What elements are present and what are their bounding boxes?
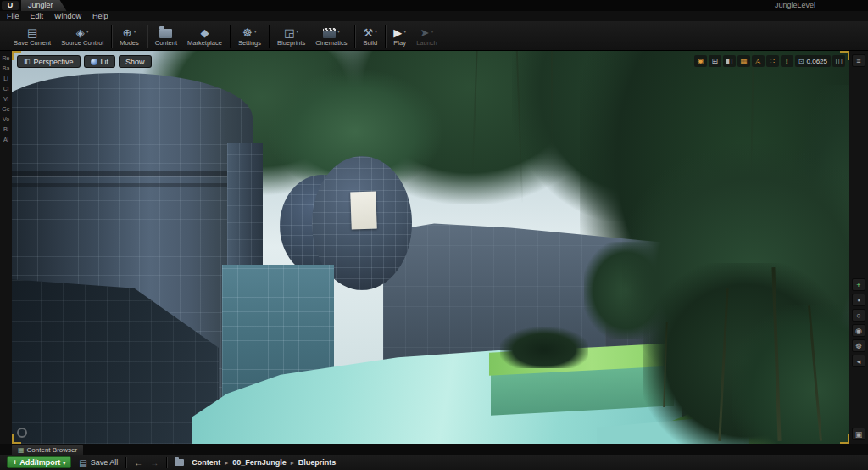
chevron-down-icon: ▾	[403, 26, 406, 37]
maximize-viewport-icon[interactable]: ⊞	[709, 55, 721, 67]
marketplace-button[interactable]: ◆ Marketplace	[182, 22, 227, 50]
toolbar-separator	[354, 25, 355, 48]
source-control-label: Source Control	[61, 39, 103, 47]
modes-button[interactable]: ⊕▾ Modes	[114, 22, 144, 50]
water-floor	[192, 348, 682, 444]
water-floor-right	[597, 414, 749, 444]
play-icon: ▶	[393, 27, 402, 38]
folder-panel-icon[interactable]: ▣	[852, 428, 865, 440]
left-tab-basic[interactable]: Ba	[3, 64, 10, 72]
eye-icon[interactable]: ◉	[852, 324, 865, 337]
menu-window[interactable]: Window	[54, 12, 81, 20]
modes-icon: ⊕	[123, 27, 132, 38]
breadcrumb-separator-icon: ▸	[291, 459, 294, 467]
unreal-editor-window: U Jungler JungleLevel File Edit Window H…	[0, 0, 868, 470]
place-actors-collapsed-panel: Re Ba Li Ci Vi Ge Vo Bl Al	[0, 51, 12, 444]
left-tab-geometry[interactable]: Ge	[2, 105, 9, 113]
blockout-center-wall-mesh	[383, 217, 666, 429]
tree-trunk	[718, 288, 728, 441]
menu-help[interactable]: Help	[92, 12, 108, 20]
launch-icon: ➤	[420, 27, 429, 38]
view-mode-dropdown[interactable]: Lit	[84, 55, 116, 68]
left-tab-lights[interactable]: Li	[3, 75, 8, 82]
chevron-down-icon: ▾	[63, 460, 65, 466]
left-tab-volumes[interactable]: Vo	[3, 115, 9, 123]
compass-icon	[17, 428, 27, 438]
toolbar-separator	[147, 25, 147, 48]
perspective-dropdown[interactable]: ◧ Perspective	[17, 55, 81, 68]
chevron-down-icon: ▾	[133, 26, 136, 37]
left-tab-blueprints[interactable]: Bl	[3, 126, 8, 133]
save-current-label: Save Current	[14, 39, 51, 47]
chevron-down-icon: ▾	[375, 26, 377, 37]
forward-arrow-icon[interactable]: →	[150, 458, 159, 467]
add-import-button[interactable]: + Add/Import ▾	[7, 456, 71, 468]
source-control-button[interactable]: ◈▾ Source Control	[56, 22, 108, 50]
plus-icon: +	[13, 458, 17, 467]
content-button[interactable]: Content	[150, 22, 182, 50]
blueprints-button[interactable]: ◲▾ Blueprints	[272, 22, 310, 50]
viewport-3d-scene[interactable]	[12, 51, 849, 444]
cinematics-button[interactable]: ▾ Cinematics	[310, 22, 352, 50]
breadcrumb-blueprints[interactable]: Blueprints	[298, 458, 337, 467]
search-icon[interactable]: ○	[852, 309, 865, 322]
warning-icon[interactable]: !	[781, 55, 793, 67]
build-button[interactable]: ⚒▾ Build	[358, 22, 382, 50]
marketplace-icon: ◆	[200, 27, 209, 38]
save-all-button[interactable]: ▤ Save All	[79, 458, 118, 467]
scale-snap-icon[interactable]: ∷	[766, 55, 779, 67]
breadcrumb-fernjungle[interactable]: 00_FernJungle	[232, 458, 287, 467]
content-browser-tab-bar: ▦ Content Browser	[0, 444, 868, 455]
content-browser-tab[interactable]: ▦ Content Browser	[12, 445, 83, 455]
unreal-logo-icon: U	[2, 1, 19, 10]
menu-bar: File Edit Window Help	[0, 11, 868, 21]
screen-percentage-icon[interactable]: ◫	[832, 55, 845, 67]
project-tab[interactable]: Jungler	[21, 0, 67, 11]
settings-label: Settings	[238, 39, 261, 47]
launch-button[interactable]: ➤▾ Launch	[411, 22, 442, 50]
add-icon[interactable]: +	[852, 278, 865, 291]
jungle-canopy	[139, 51, 385, 195]
left-tab-cinematic[interactable]: Ci	[3, 85, 9, 92]
back-arrow-icon[interactable]: ←	[134, 458, 142, 467]
layers-icon[interactable]: ≡	[852, 54, 865, 67]
gamepad-icon[interactable]: ◉	[694, 55, 707, 67]
pin-icon[interactable]: ▪	[852, 294, 865, 306]
blueprints-icon: ◲	[284, 27, 294, 38]
left-tab-all[interactable]: Al	[3, 136, 8, 143]
play-button[interactable]: ▶▾ Play	[388, 22, 411, 50]
show-dropdown[interactable]: Show	[119, 55, 152, 68]
save-current-button[interactable]: ▤ Save Current	[8, 22, 56, 50]
chevron-down-icon: ▾	[86, 26, 89, 37]
menu-edit[interactable]: Edit	[31, 12, 44, 20]
build-hammer-icon: ⚒	[363, 27, 373, 38]
settings-gear-icon: ☸	[242, 27, 253, 38]
camera-icon[interactable]: ◧	[723, 55, 736, 67]
content-folder-icon	[159, 29, 172, 38]
left-tab-recent[interactable]: Re	[3, 54, 10, 62]
grid-snap-icon[interactable]: ▦	[737, 55, 750, 67]
perspective-label: Perspective	[34, 58, 74, 66]
camera-speed-control[interactable]: ⊡ 0.0625	[795, 55, 831, 67]
breadcrumb-content[interactable]: Content	[192, 458, 220, 467]
panel-expand-icon[interactable]: ◂	[852, 355, 865, 367]
level-viewport[interactable]: ◧ Perspective Lit Show ◉ ⊞ ◧ ▦ ◬ ∷ ! ⊡ 0…	[12, 51, 849, 444]
source-control-icon: ◈	[76, 27, 85, 38]
tree-trunk	[771, 267, 781, 441]
left-tab-visual[interactable]: Vi	[3, 95, 8, 103]
level-name-label: JungleLevel	[775, 1, 815, 9]
settings-button[interactable]: ☸▾ Settings	[233, 22, 266, 50]
gear-icon[interactable]: ☸	[852, 339, 865, 352]
blockout-sphere-front	[312, 156, 412, 290]
camera-speed-value: 0.0625	[807, 58, 827, 65]
rotation-snap-icon[interactable]: ◬	[752, 55, 765, 67]
build-label: Build	[363, 39, 377, 47]
menu-file[interactable]: File	[7, 12, 19, 20]
blockout-right-wall-mesh	[605, 261, 849, 435]
green-platform-top	[489, 343, 676, 376]
platform-bush	[500, 327, 588, 368]
toolbar-separator	[230, 25, 231, 48]
small-tree-on-wall	[584, 242, 669, 339]
jungle-tree-right-edge	[792, 85, 849, 424]
chevron-down-icon: ▾	[431, 26, 433, 37]
